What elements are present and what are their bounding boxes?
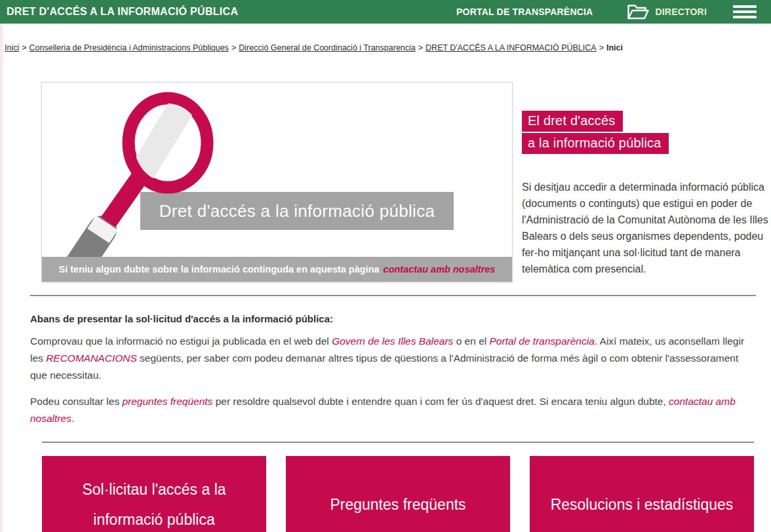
- intro-p2-text: Podeu consultar les: [30, 396, 122, 407]
- intro-p1-text: següents, per saber com podeu demanar al…: [30, 352, 738, 381]
- hero-contact-link[interactable]: contactau amb nosaltres: [384, 264, 496, 275]
- top-header-bar: DRET D'ACCÉS A LA INFORMACIÓ PÚBLICA POR…: [0, 0, 771, 24]
- hero-overlay-title: Dret d'accés a la informació pública: [140, 192, 454, 230]
- breadcrumb-link-dret-acces[interactable]: DRET D'ACCÉS A LA INFORMACIÓ PÚBLICA: [425, 43, 597, 52]
- breadcrumb-link-conselleria[interactable]: Conselleria de Presidència i Administrac…: [30, 43, 229, 52]
- recomanacions-link[interactable]: RECOMANACIONS: [46, 352, 137, 364]
- breadcrumb-separator: >: [599, 43, 604, 52]
- intro-paragraph-2: Podeu consultar les preguntes freqüents …: [30, 393, 756, 427]
- preguntes-frequents-link[interactable]: preguntes freqüents: [122, 396, 212, 407]
- preguntes-frequents-button[interactable]: Preguntes freqüents: [286, 456, 510, 532]
- action-buttons-row: Sol·licitau l'accés a la informació públ…: [42, 456, 771, 532]
- intro-p1-text: Comprovau que la informació no estigui j…: [30, 335, 332, 347]
- breadcrumb-link-inici[interactable]: Inici: [5, 43, 19, 52]
- right-title-line2: a la informació pública: [522, 133, 669, 154]
- right-panel-title: El dret d'accés a la informació pública: [522, 111, 771, 154]
- portal-transparencia-link[interactable]: PORTAL DE TRANSPARÈNCIA: [456, 7, 593, 17]
- divider: [42, 442, 754, 443]
- divider: [30, 295, 756, 296]
- breadcrumb-separator: >: [231, 43, 236, 52]
- directori-button[interactable]: DIRECTORI: [627, 3, 707, 20]
- hero-section: Dret d'accés a la informació pública Si …: [41, 82, 771, 282]
- hero-footer-text: Si teniu algun dubte sobre la informació…: [59, 264, 380, 275]
- intro-paragraph-1: Comprovau que la informació no estigui j…: [30, 333, 756, 384]
- portal-transparencia-text-link[interactable]: Portal de transparència: [490, 335, 595, 347]
- intro-p2-text: per resoldre qualsevol dubte i entendre …: [212, 396, 669, 407]
- menu-icon[interactable]: [733, 5, 757, 18]
- breadcrumb-link-direccio-general[interactable]: Direcció General de Coordinació i Transp…: [239, 43, 416, 52]
- breadcrumb-current: Inici: [606, 43, 623, 52]
- hero-image-card: Dret d'accés a la informació pública Si …: [41, 82, 513, 282]
- breadcrumb-separator: >: [418, 43, 423, 52]
- magnifier-icon: [42, 83, 513, 282]
- intro-heading: Abans de presentar la sol·licitud d'accé…: [30, 313, 756, 324]
- intro-p1-text: o en el: [453, 335, 489, 347]
- resolucions-estadistiques-button[interactable]: Resolucions i estadístiques: [530, 456, 754, 532]
- page-title: DRET D'ACCÉS A LA INFORMACIÓ PÚBLICA: [7, 6, 238, 18]
- breadcrumb-separator: >: [22, 43, 26, 52]
- intro-p2-text: .: [71, 413, 74, 424]
- right-title-line1: El dret d'accés: [522, 111, 623, 132]
- open-folder-icon: [627, 3, 655, 20]
- govern-illes-balears-link[interactable]: Govern de les Illes Balears: [332, 335, 453, 347]
- page-edge-strip: [0, 24, 3, 532]
- directori-label: DIRECTORI: [655, 7, 707, 17]
- right-panel-paragraph: Si desitjau accedir a determinada inform…: [522, 179, 770, 277]
- sollicitau-acces-button[interactable]: Sol·licitau l'accés a la informació públ…: [42, 456, 266, 532]
- right-panel: El dret d'accés a la informació pública …: [522, 82, 771, 282]
- hero-footer-bar: Si teniu algun dubte sobre la informació…: [42, 257, 512, 282]
- breadcrumb: Inici>Conselleria de Presidència i Admin…: [5, 43, 771, 52]
